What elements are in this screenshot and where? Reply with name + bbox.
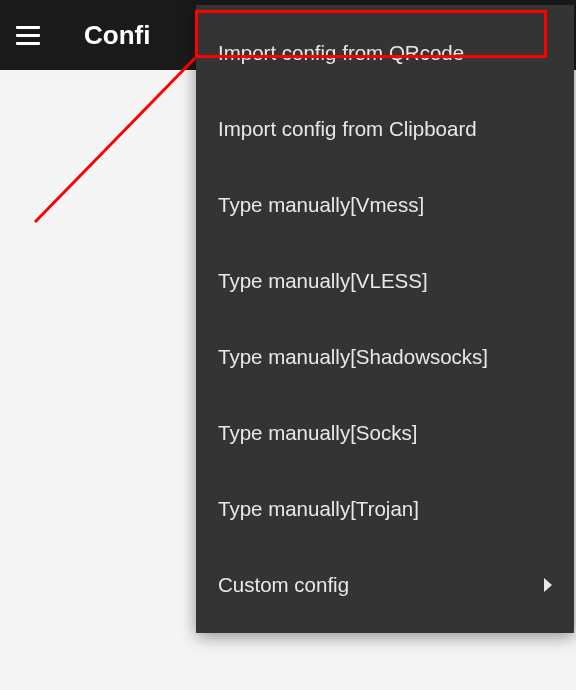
menu-item-import-qrcode[interactable]: Import config from QRcode [196,15,574,91]
menu-item-shadowsocks[interactable]: Type manually[Shadowsocks] [196,319,574,395]
menu-item-label: Type manually[VLESS] [218,269,428,293]
menu-item-label: Type manually[Vmess] [218,193,424,217]
menu-item-label: Type manually[Socks] [218,421,417,445]
menu-item-label: Type manually[Trojan] [218,497,419,521]
chevron-right-icon [544,578,552,592]
menu-item-socks[interactable]: Type manually[Socks] [196,395,574,471]
hamburger-line [16,26,40,29]
hamburger-line [16,34,40,37]
menu-item-label: Custom config [218,573,349,597]
menu-item-label: Import config from QRcode [218,41,464,65]
menu-item-label: Type manually[Shadowsocks] [218,345,488,369]
menu-item-label: Import config from Clipboard [218,117,477,141]
hamburger-menu-icon[interactable] [16,20,46,50]
menu-item-vmess[interactable]: Type manually[Vmess] [196,167,574,243]
menu-item-import-clipboard[interactable]: Import config from Clipboard [196,91,574,167]
menu-item-custom[interactable]: Custom config [196,547,574,623]
menu-item-trojan[interactable]: Type manually[Trojan] [196,471,574,547]
config-dropdown-menu: Import config from QRcode Import config … [196,5,574,633]
menu-item-vless[interactable]: Type manually[VLESS] [196,243,574,319]
hamburger-line [16,42,40,45]
page-title: Confi [84,20,150,51]
